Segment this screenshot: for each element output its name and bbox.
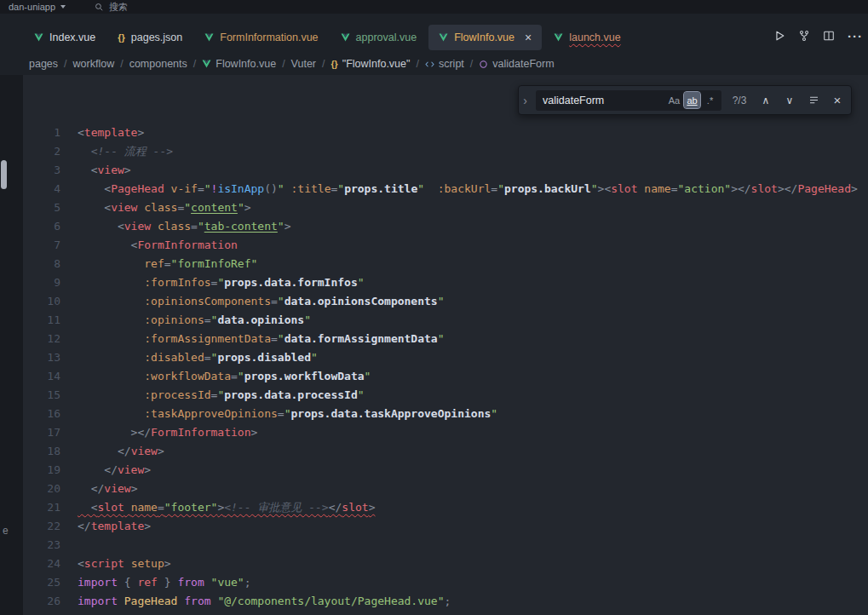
find-in-selection-button[interactable] — [805, 92, 822, 109]
breadcrumb-label: components — [129, 58, 187, 70]
find-input-box[interactable]: Aa ab .* — [536, 90, 721, 111]
previous-match-button[interactable]: ∧ — [757, 92, 774, 109]
more-actions-icon[interactable]: ··· — [848, 29, 863, 43]
tab-Index.vue[interactable]: Index.vue — [24, 25, 106, 50]
breadcrumb-label: workflow — [73, 58, 115, 70]
line-number: 12 — [23, 330, 78, 348]
breadcrumb-item-components[interactable]: components — [129, 58, 187, 70]
code-area[interactable]: › Aa ab .* ?/3 ∧ ∨ × 1<template — [23, 75, 868, 615]
code-line[interactable]: 19 </view> — [23, 461, 868, 480]
whole-word-button[interactable]: ab — [684, 92, 700, 108]
expand-replace-icon[interactable]: › — [521, 91, 529, 110]
code-line[interactable]: 17 ></FormInformation> — [23, 423, 868, 442]
breadcrumb-item-validateform[interactable]: validateForm — [479, 58, 554, 70]
tab-label: approval.vue — [356, 32, 417, 43]
line-number: 8 — [23, 255, 78, 273]
code-line[interactable]: 16 :taskApproveOpinions="props.data.task… — [23, 405, 868, 423]
breadcrumb-separator: / — [120, 58, 123, 70]
code-line[interactable]: 25import { ref } from "vue"; — [23, 573, 868, 592]
code-line[interactable]: 15 :processId="props.data.processId" — [23, 386, 868, 405]
code-line[interactable]: 11 :opinions="data.opinions" — [23, 311, 868, 330]
drag-handle[interactable] — [1, 160, 7, 189]
code-line[interactable]: 13 :disabled="props.disabled" — [23, 348, 868, 367]
code-line[interactable]: 2 <!-- 流程 --> — [23, 142, 868, 161]
chevron-down-icon — [60, 5, 66, 9]
tab-close-icon[interactable]: × — [525, 32, 532, 43]
vue-icon — [341, 33, 350, 42]
titlebar-search[interactable]: 搜索 — [95, 1, 128, 14]
code-line[interactable]: 21 <slot name="footer"><!-- 审批意见 --></sl… — [23, 498, 868, 517]
tab-label: FlowInfo.vue — [454, 32, 514, 43]
line-number: 24 — [23, 555, 78, 573]
next-match-button[interactable]: ∨ — [781, 92, 798, 109]
split-editor-icon[interactable] — [823, 30, 835, 42]
run-icon[interactable] — [773, 30, 785, 42]
tab-FlowInfo.vue[interactable]: FlowInfo.vue× — [428, 25, 542, 50]
code-line[interactable]: 12 :formAssignmentData="data.formAssignm… — [23, 330, 868, 348]
tab-label: pages.json — [131, 32, 182, 43]
breadcrumb-separator: / — [193, 58, 196, 70]
line-number: 9 — [23, 273, 78, 292]
breadcrumb-separator: / — [322, 58, 325, 70]
line-number: 1 — [23, 124, 78, 142]
line-number: 23 — [23, 536, 78, 555]
breadcrumb-item-workflow[interactable]: workflow — [73, 58, 115, 70]
line-number: 20 — [23, 480, 78, 498]
regex-button[interactable]: .* — [702, 92, 718, 108]
source-control-icon[interactable] — [798, 30, 810, 42]
tab-launch.vue[interactable]: launch.vue — [543, 25, 630, 50]
vue-icon — [204, 33, 214, 42]
tab-pages.json[interactable]: {}pages.json — [107, 25, 193, 50]
line-number: 4 — [23, 180, 78, 198]
tab-bar: Index.vue{}pages.jsonFormInformation.vue… — [0, 14, 868, 53]
close-icon[interactable]: × — [829, 92, 846, 109]
code-line[interactable]: 6 <view class="tab-content"> — [23, 217, 868, 236]
breadcrumb-label: validateForm — [492, 58, 554, 70]
line-number: 14 — [23, 367, 78, 386]
code-line[interactable]: 14 :workflowData="props.workflowData" — [23, 367, 868, 386]
code-line[interactable]: 4 <PageHead v-if="!isInApp()" :title="pr… — [23, 180, 868, 198]
code-line[interactable]: 18 </view> — [23, 442, 868, 461]
breadcrumb-separator: / — [282, 58, 285, 70]
code-line[interactable]: 1<template> — [23, 124, 868, 142]
breadcrumb-item-vuter[interactable]: Vuter — [291, 58, 316, 70]
line-number: 11 — [23, 311, 78, 330]
code-line[interactable]: 9 :formInfos="props.data.formInfos" — [23, 273, 868, 292]
breadcrumb-item-script[interactable]: script — [425, 58, 464, 70]
breadcrumb-label: FlowInfo.vue — [216, 58, 276, 70]
code-line[interactable]: 7 <FormInformation — [23, 236, 868, 255]
breadcrumb-label: Vuter — [291, 58, 316, 70]
line-number: 5 — [23, 198, 78, 217]
vue-icon — [439, 33, 448, 42]
code-line[interactable]: 26import PageHead from "@/components/lay… — [23, 592, 868, 611]
tab-FormInformation.vue[interactable]: FormInformation.vue — [194, 25, 328, 50]
code-line[interactable]: 5 <view class="content"> — [23, 198, 868, 217]
line-number: 16 — [23, 405, 78, 423]
code-line[interactable]: 3 <view> — [23, 161, 868, 180]
code-line[interactable]: 23 — [23, 536, 868, 555]
line-number: 17 — [23, 423, 78, 442]
code-line[interactable]: 8 ref="formInfoRef" — [23, 255, 868, 273]
line-number: 15 — [23, 386, 78, 405]
breadcrumb-label: pages — [29, 58, 58, 70]
tab-approval.vue[interactable]: approval.vue — [331, 25, 428, 50]
line-number: 2 — [23, 142, 78, 161]
match-case-button[interactable]: Aa — [666, 92, 682, 108]
find-widget: › Aa ab .* ?/3 ∧ ∨ × — [518, 85, 852, 115]
line-number: 18 — [23, 442, 78, 461]
breadcrumb-item-pages[interactable]: pages — [29, 58, 58, 70]
symbol-script-icon — [425, 60, 434, 69]
code-line[interactable]: 24<script setup> — [23, 555, 868, 573]
json-braces-icon: {} — [331, 59, 338, 69]
code-line[interactable]: 10 :opinionsComponents="data.opinionsCom… — [23, 292, 868, 311]
breadcrumb-item-flowinfo-vue[interactable]: FlowInfo.vue — [202, 58, 276, 70]
vue-icon — [202, 60, 211, 68]
find-input[interactable] — [543, 95, 655, 106]
project-selector[interactable]: dan-uniapp — [5, 2, 69, 12]
project-name: dan-uniapp — [9, 2, 55, 12]
breadcrumb-separator: / — [416, 58, 418, 70]
code-line[interactable]: 20 </view> — [23, 480, 868, 498]
code-lines: 1<template>2 <!-- 流程 -->3 <view>4 <PageH… — [23, 124, 868, 611]
code-line[interactable]: 22</template> — [23, 517, 868, 536]
breadcrumb-item--flowinfo-vue-[interactable]: {}"FlowInfo.vue" — [331, 58, 411, 70]
